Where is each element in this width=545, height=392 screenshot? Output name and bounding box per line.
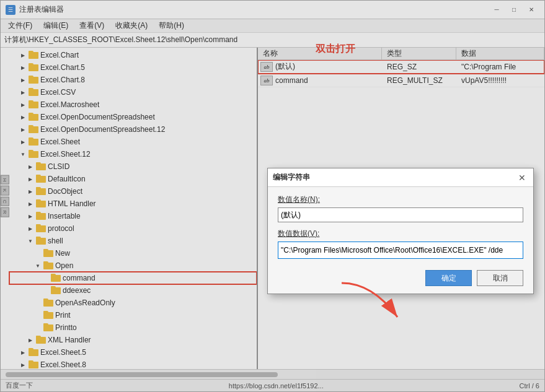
dialog-title-bar: 编辑字符串 ✕ [268, 168, 533, 187]
dialog-cancel-button[interactable]: 取消 [477, 270, 523, 286]
dialog-close-button[interactable]: ✕ [516, 172, 528, 184]
dialog-data-input[interactable] [278, 242, 523, 259]
dialog-buttons: 确定 取消 [278, 270, 523, 286]
dialog-name-label: 数值名称(N): [278, 194, 523, 205]
dialog-name-input[interactable] [278, 207, 523, 222]
dialog-body: 数值名称(N): 数值数据(V): 确定 取消 [268, 187, 533, 294]
main-window: ☰ 注册表编辑器 ─ □ ✕ 文件(F) 编辑(E) 查看(V) 收藏夹(A) … [0, 0, 545, 392]
dialog-data-label: 数值数据(V): [278, 229, 523, 239]
dialog-title: 编辑字符串 [273, 172, 310, 183]
edit-string-dialog: 编辑字符串 ✕ 数值名称(N): 数值数据(V): 确定 取消 [267, 168, 534, 294]
dialog-ok-button[interactable]: 确定 [425, 270, 472, 286]
